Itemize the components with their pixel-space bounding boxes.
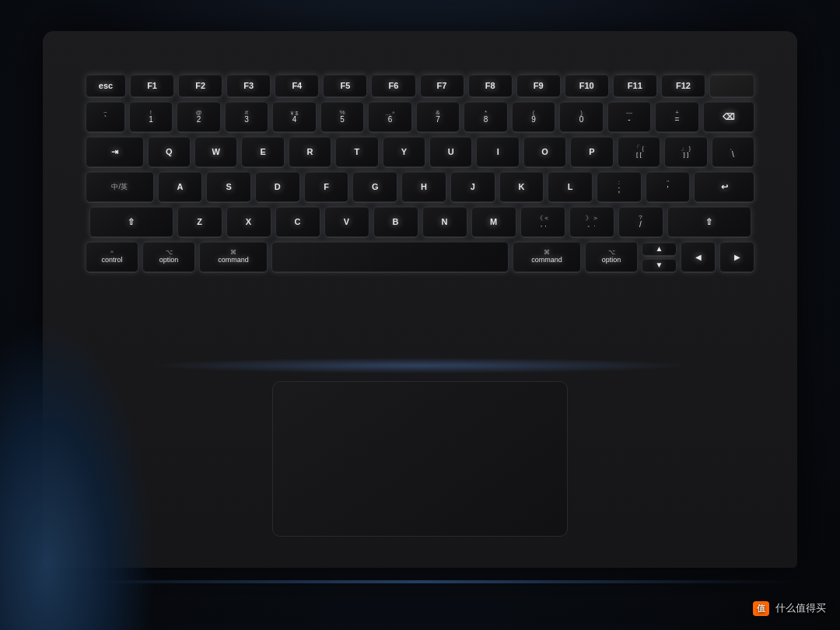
- key-arrow-up[interactable]: ▲: [642, 242, 677, 256]
- key-command-left[interactable]: ⌘ command: [199, 241, 268, 272]
- modifier-row: ^ control ⌥ option ⌘ command ⌘ command: [86, 241, 754, 272]
- key-enter[interactable]: ↩: [694, 171, 754, 202]
- key-8[interactable]: * 8: [464, 101, 508, 132]
- hand-overlay: [0, 319, 156, 630]
- number-key-row: ~ ` ! 1 @ 2 # 3 ¥ $ 4: [86, 101, 754, 132]
- keyboard-glow: [148, 358, 692, 373]
- key-2[interactable]: @ 2: [177, 101, 221, 132]
- laptop-body: esc F1 F2 F3 F4 F5 F6 F7 F8 F9 F10 F11 F…: [43, 31, 797, 568]
- key-f3[interactable]: F3: [226, 74, 271, 97]
- key-d[interactable]: D: [255, 171, 300, 202]
- key-bracket-left[interactable]: 「 { [ [: [618, 136, 660, 167]
- key-p[interactable]: P: [570, 136, 613, 167]
- key-f6[interactable]: F6: [371, 74, 415, 97]
- key-x[interactable]: X: [226, 206, 271, 237]
- watermark-text: 什么值得买: [775, 602, 826, 614]
- fn-key-row: esc F1 F2 F3 F4 F5 F6 F7 F8 F9 F10 F11 F…: [86, 74, 754, 97]
- key-z[interactable]: Z: [177, 206, 222, 237]
- key-7[interactable]: & 7: [416, 101, 460, 132]
- key-t[interactable]: T: [335, 136, 378, 167]
- key-9[interactable]: ( 9: [512, 101, 556, 132]
- key-5[interactable]: % 5: [320, 101, 365, 132]
- key-touchid[interactable]: [709, 74, 754, 97]
- key-3[interactable]: # 3: [225, 101, 269, 132]
- key-f11[interactable]: F11: [613, 74, 657, 97]
- key-comma[interactable]: 《 < ，,: [520, 206, 565, 237]
- key-f5[interactable]: F5: [323, 74, 367, 97]
- key-f[interactable]: F: [304, 171, 349, 202]
- key-backslash[interactable]: 、 \: [712, 136, 754, 167]
- key-w[interactable]: W: [194, 136, 237, 167]
- key-v[interactable]: V: [324, 206, 369, 237]
- key-option-left[interactable]: ⌥ option: [142, 241, 195, 272]
- key-h[interactable]: H: [401, 171, 446, 202]
- key-control[interactable]: ^ control: [86, 241, 138, 272]
- asdf-row: 中/英 A S D F G H J K L : ; " ': [86, 171, 754, 202]
- key-q[interactable]: Q: [148, 136, 191, 167]
- zxcv-row: ⇧ Z X C V B N M 《 < ，, 》 > 。. ?: [86, 206, 754, 237]
- key-i[interactable]: I: [476, 136, 519, 167]
- key-o[interactable]: O: [523, 136, 566, 167]
- key-slash[interactable]: ? /: [618, 206, 663, 237]
- key-tab[interactable]: ⇥: [86, 136, 144, 167]
- bottom-glow: [43, 580, 797, 583]
- key-b[interactable]: B: [373, 206, 418, 237]
- key-n[interactable]: N: [422, 206, 467, 237]
- key-arrow-right[interactable]: ▶: [719, 241, 754, 272]
- key-f9[interactable]: F9: [516, 74, 561, 97]
- key-1[interactable]: ! 1: [129, 101, 173, 132]
- key-u[interactable]: U: [429, 136, 472, 167]
- key-m[interactable]: M: [471, 206, 516, 237]
- key-j[interactable]: J: [450, 171, 495, 202]
- key-a[interactable]: A: [158, 171, 203, 202]
- key-s[interactable]: S: [206, 171, 251, 202]
- key-minus[interactable]: — -: [607, 101, 652, 132]
- key-shift-right[interactable]: ⇧: [667, 206, 751, 237]
- key-quote[interactable]: " ': [646, 171, 691, 202]
- scene: esc F1 F2 F3 F4 F5 F6 F7 F8 F9 F10 F11 F…: [0, 0, 840, 630]
- key-space[interactable]: [271, 241, 509, 272]
- key-0[interactable]: ) 0: [559, 101, 604, 132]
- key-f8[interactable]: F8: [468, 74, 513, 97]
- key-shift-left[interactable]: ⇧: [89, 206, 173, 237]
- key-f12[interactable]: F12: [661, 74, 705, 97]
- key-equals[interactable]: + =: [655, 101, 699, 132]
- key-semicolon[interactable]: : ;: [597, 171, 642, 202]
- key-4[interactable]: ¥ $ 4: [272, 101, 317, 132]
- key-command-right[interactable]: ⌘ command: [513, 241, 581, 272]
- key-g[interactable]: G: [352, 171, 397, 202]
- key-esc[interactable]: esc: [86, 74, 126, 97]
- key-f2[interactable]: F2: [178, 74, 222, 97]
- key-arrow-down[interactable]: ▼: [642, 258, 677, 272]
- watermark: 值 什么值得买: [753, 601, 826, 616]
- keyboard: esc F1 F2 F3 F4 F5 F6 F7 F8 F9 F10 F11 F…: [86, 74, 754, 358]
- key-arrow-left[interactable]: ◀: [681, 241, 716, 272]
- key-delete[interactable]: ⌫: [703, 101, 754, 132]
- key-bracket-right[interactable]: 」 } ] ]: [664, 136, 707, 167]
- touchpad[interactable]: [272, 381, 568, 537]
- key-k[interactable]: K: [499, 171, 544, 202]
- key-f7[interactable]: F7: [420, 74, 464, 97]
- key-r[interactable]: R: [289, 136, 331, 167]
- key-e[interactable]: E: [241, 136, 284, 167]
- key-option-right[interactable]: ⌥ option: [585, 241, 638, 272]
- key-l[interactable]: L: [548, 171, 593, 202]
- key-f1[interactable]: F1: [130, 74, 174, 97]
- key-f10[interactable]: F10: [565, 74, 609, 97]
- key-c[interactable]: C: [275, 206, 320, 237]
- watermark-logo: 值: [753, 601, 769, 616]
- key-tilde[interactable]: ~ `: [86, 101, 125, 132]
- key-y[interactable]: Y: [383, 136, 425, 167]
- key-period[interactable]: 》 > 。.: [569, 206, 614, 237]
- key-caps[interactable]: 中/英: [86, 171, 154, 202]
- qwerty-row: ⇥ Q W E R T Y U I O P 「 { [ [ 」 } ] ]: [86, 136, 754, 167]
- key-f4[interactable]: F4: [275, 74, 319, 97]
- key-6[interactable]: … ^ 6: [368, 101, 412, 132]
- arrow-up-down-container: ▲ ▼: [642, 242, 677, 272]
